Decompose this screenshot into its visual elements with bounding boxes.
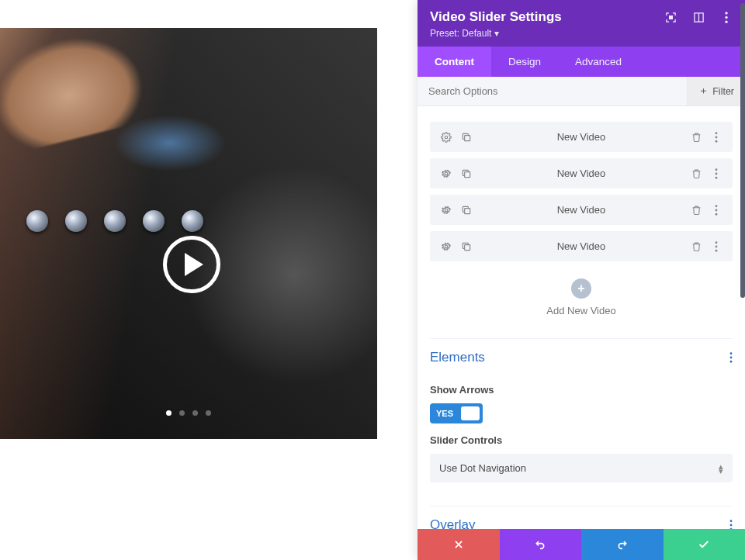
svg-rect-17	[465, 208, 470, 213]
scrollbar-thumb[interactable]	[740, 3, 745, 298]
trash-icon[interactable]	[691, 241, 702, 252]
video-slide	[0, 28, 377, 439]
tab-advanced[interactable]: Advanced	[558, 47, 639, 77]
slider-dot[interactable]	[166, 410, 172, 416]
trash-icon[interactable]	[691, 132, 702, 143]
slider-controls-select[interactable]: Use Dot Navigation ▴▾	[430, 454, 733, 482]
video-item[interactable]: New Video	[430, 158, 733, 188]
svg-point-14	[716, 172, 718, 175]
svg-point-29	[730, 520, 733, 522]
chevron-down-icon: ▾	[494, 28, 499, 39]
svg-point-16	[445, 209, 448, 212]
svg-rect-7	[465, 135, 470, 140]
svg-point-6	[445, 136, 448, 139]
add-video-label: Add New Video	[430, 305, 733, 316]
svg-point-5	[725, 20, 727, 22]
undo-button[interactable]	[500, 529, 582, 560]
slider-dot[interactable]	[192, 410, 198, 416]
search-input[interactable]	[418, 77, 687, 105]
svg-point-4	[725, 16, 727, 18]
column-layout-icon[interactable]	[692, 11, 705, 23]
redo-button[interactable]	[581, 529, 664, 560]
svg-point-8	[716, 132, 718, 134]
slider-dot-navigation[interactable]	[166, 410, 211, 416]
select-caret-icon: ▴▾	[719, 464, 723, 473]
svg-point-21	[445, 245, 448, 248]
video-slider-preview	[0, 0, 418, 560]
svg-point-3	[725, 12, 727, 14]
section-elements-title[interactable]: Elements	[430, 350, 485, 365]
filter-button[interactable]: ＋ Filter	[687, 77, 745, 105]
preset-value: Default	[462, 28, 491, 39]
photo-hand	[0, 28, 151, 159]
plus-icon: ＋	[698, 85, 709, 98]
duplicate-icon[interactable]	[461, 132, 472, 143]
save-button[interactable]	[664, 529, 746, 560]
tab-content[interactable]: Content	[418, 47, 491, 77]
more-menu-icon[interactable]	[720, 11, 733, 23]
video-item-label: New Video	[472, 240, 691, 252]
more-icon[interactable]	[711, 168, 722, 179]
settings-panel: Video Slider Settings Preset: Default	[418, 0, 745, 560]
filter-label: Filter	[712, 86, 734, 97]
video-item[interactable]: New Video	[430, 231, 733, 261]
more-icon[interactable]	[711, 132, 722, 143]
focus-mode-icon[interactable]	[664, 11, 677, 23]
duplicate-icon[interactable]	[461, 241, 472, 252]
svg-rect-22	[465, 244, 470, 250]
svg-point-11	[445, 172, 448, 175]
svg-point-18	[716, 205, 718, 207]
svg-point-10	[716, 140, 718, 142]
settings-tabs: Content Design Advanced	[418, 47, 745, 77]
toggle-knob	[461, 406, 480, 420]
trash-icon[interactable]	[691, 205, 702, 216]
more-icon[interactable]	[711, 205, 722, 216]
video-item-label: New Video	[472, 168, 691, 179]
svg-rect-12	[465, 171, 470, 177]
svg-point-30	[730, 524, 733, 527]
panel-title: Video Slider Settings	[430, 9, 562, 25]
svg-rect-0	[669, 16, 672, 19]
tab-design[interactable]: Design	[491, 47, 558, 77]
svg-point-15	[716, 176, 718, 178]
select-value: Use Dot Navigation	[439, 462, 526, 474]
slider-dot[interactable]	[179, 410, 185, 416]
svg-point-28	[730, 361, 733, 363]
svg-point-27	[730, 357, 733, 359]
slider-dot[interactable]	[206, 410, 211, 416]
gear-icon[interactable]	[441, 168, 452, 179]
svg-point-23	[716, 241, 718, 244]
toggle-value: YES	[433, 409, 456, 418]
svg-point-13	[716, 168, 718, 171]
svg-point-26	[730, 352, 733, 354]
photo-knobs	[26, 210, 203, 232]
duplicate-icon[interactable]	[461, 168, 472, 179]
gear-icon[interactable]	[441, 132, 452, 143]
slider-controls-label: Slider Controls	[430, 423, 733, 454]
preset-label: Preset:	[430, 28, 459, 39]
play-button[interactable]	[163, 236, 220, 293]
panel-scrollbar[interactable]	[740, 0, 745, 529]
show-arrows-toggle[interactable]: YES	[430, 403, 483, 423]
panel-header: Video Slider Settings Preset: Default	[418, 0, 745, 47]
video-item-label: New Video	[472, 204, 691, 216]
cancel-button[interactable]	[418, 529, 500, 560]
video-item[interactable]: New Video	[430, 122, 733, 152]
svg-point-24	[716, 245, 718, 247]
preset-selector[interactable]: Preset: Default ▾	[430, 28, 733, 39]
gear-icon[interactable]	[441, 241, 452, 252]
duplicate-icon[interactable]	[461, 205, 472, 216]
svg-point-25	[716, 249, 718, 251]
more-icon[interactable]	[711, 241, 722, 252]
gear-icon[interactable]	[441, 205, 452, 216]
video-item-label: New Video	[472, 131, 691, 143]
trash-icon[interactable]	[691, 168, 702, 179]
section-menu-icon[interactable]	[729, 352, 733, 363]
svg-point-9	[716, 136, 718, 138]
svg-point-20	[716, 213, 718, 215]
video-item[interactable]: New Video	[430, 195, 733, 225]
add-video-button[interactable]: +	[571, 278, 591, 299]
svg-point-19	[716, 209, 718, 211]
show-arrows-label: Show Arrows	[430, 373, 733, 403]
video-list: New Video New Video	[430, 122, 733, 261]
